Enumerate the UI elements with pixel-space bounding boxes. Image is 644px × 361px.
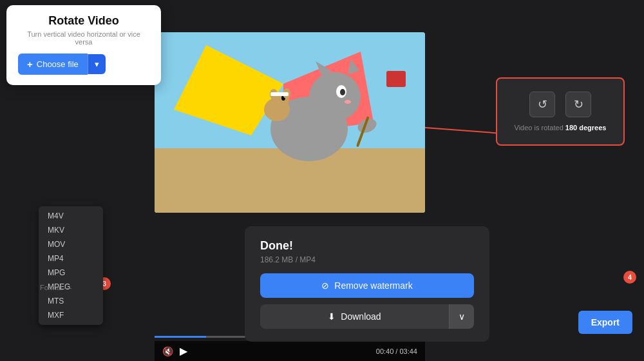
svg-rect-4: [155, 148, 425, 213]
rotation-panel: ↺ ↻ Video is rotated 180 degrees: [496, 77, 625, 146]
format-item-m4v[interactable]: M4V: [39, 209, 103, 223]
choose-file-dropdown[interactable]: ▾: [88, 54, 106, 74]
format-item-mp4[interactable]: MP4: [39, 251, 103, 266]
download-icon: ⬇: [328, 311, 336, 322]
rotate-right-icon: ↻: [574, 97, 583, 112]
step-4-circle: 4: [623, 271, 636, 284]
main-area: 1 2 3 4 5 Rotate Video Turn vertical vid…: [0, 0, 644, 361]
choose-file-button[interactable]: + Choose file: [18, 54, 88, 75]
top-card: Rotate Video Turn vertical video horizon…: [6, 5, 161, 85]
rotate-left-button[interactable]: ↺: [529, 92, 555, 117]
play-button[interactable]: ▶: [180, 345, 187, 357]
svg-rect-22: [386, 71, 406, 87]
progress-fill: [155, 336, 206, 338]
remove-watermark-icon: ⊘: [321, 280, 329, 291]
page-title: Rotate Video: [18, 14, 149, 28]
format-dropdown: M4V MKV MOV MP4 MPG MPEG MTS MXF: [39, 206, 103, 325]
done-panel: Done! 186.2 MB / MP4 ⊘ Remove watermark …: [245, 226, 489, 342]
done-title: Done!: [260, 239, 474, 253]
download-button[interactable]: ⬇ Download: [260, 304, 449, 329]
remove-watermark-button[interactable]: ⊘ Remove watermark: [260, 273, 474, 298]
format-item-mxf[interactable]: MXF: [39, 308, 103, 322]
format-item-mpg[interactable]: MPG: [39, 266, 103, 280]
chevron-down-icon: ∨: [459, 311, 465, 322]
page-subtitle: Turn vertical video horizontal or vice v…: [18, 30, 149, 46]
rotation-label: Video is rotated 180 degrees: [515, 124, 607, 132]
video-frame: [155, 32, 425, 213]
format-item-mov[interactable]: MOV: [39, 237, 103, 251]
svg-rect-19: [270, 92, 289, 96]
video-controls: 🔇 ▶ 00:40 / 03:44: [155, 341, 425, 361]
rotate-right-button[interactable]: ↻: [565, 92, 591, 117]
format-item-mkv[interactable]: MKV: [39, 223, 103, 237]
svg-point-11: [345, 100, 351, 104]
export-button[interactable]: Export: [578, 311, 632, 334]
format-label: Format —: [40, 284, 71, 291]
mute-icon[interactable]: 🔇: [162, 346, 173, 356]
done-meta: 186.2 MB / MP4: [260, 255, 474, 264]
rotate-left-icon: ↺: [538, 97, 547, 112]
video-time: 00:40 / 03:44: [376, 347, 417, 355]
video-player: [155, 32, 425, 213]
rotation-degrees: 180 degrees: [565, 124, 607, 132]
plus-icon: +: [27, 59, 33, 70]
svg-point-8: [309, 72, 361, 121]
format-item-mts[interactable]: MTS: [39, 294, 103, 308]
svg-point-10: [340, 89, 345, 95]
download-dropdown-button[interactable]: ∨: [449, 304, 474, 329]
